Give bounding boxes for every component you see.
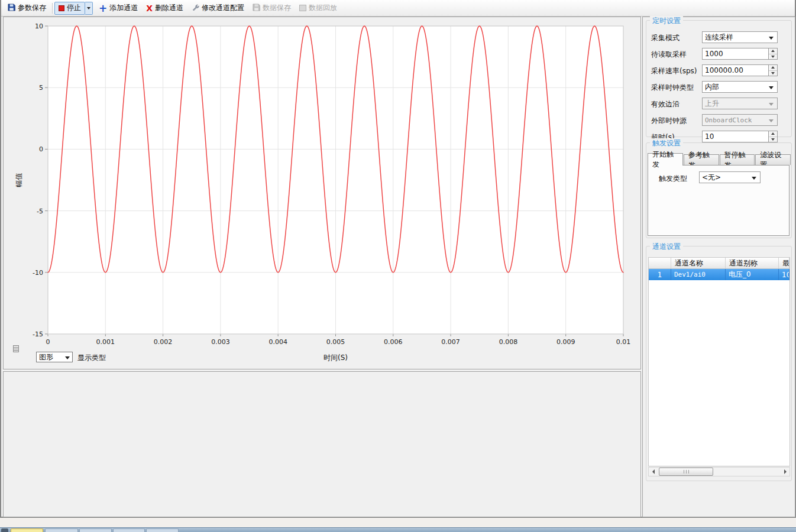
tab-reference-trigger[interactable]: 参考触发 [684, 154, 719, 165]
scroll-left-button[interactable] [649, 468, 658, 476]
stop-dropdown-button[interactable] [85, 2, 93, 15]
x-icon: X [146, 4, 153, 13]
spin-up-icon [771, 50, 775, 52]
trigger-group-title: 触发设置 [650, 138, 683, 148]
stop-button[interactable]: 停止 [54, 2, 85, 15]
desktop-strip [0, 518, 796, 527]
channel-table-header: 通道名称 通道别称 最大 [649, 258, 789, 269]
scrollbar-thumb[interactable] [659, 468, 713, 476]
svg-text:0.007: 0.007 [441, 338, 460, 346]
data-playback-label: 数据回放 [309, 3, 337, 13]
taskbar-button[interactable] [113, 528, 145, 532]
spinner-buttons[interactable] [768, 131, 777, 142]
data-save-button[interactable]: 数据保存 [248, 2, 295, 15]
arrow-right-icon [784, 469, 787, 474]
app-window: 参数保存 停止 + 添加通道 X 删除通道 修改通道配置 数据保存 数据回放 [0, 0, 796, 518]
sample-rate-label: 采样速率(sps) [651, 66, 697, 76]
chevron-down-icon [769, 86, 774, 89]
save-data-icon [253, 4, 260, 13]
col-row-number [649, 258, 671, 268]
svg-text:0: 0 [39, 145, 43, 153]
sample-clock-type-value: 内部 [705, 82, 719, 92]
tab-start-trigger[interactable]: 开始触发 [648, 153, 683, 166]
chart-panel: 00.0010.0020.0030.0040.0050.0060.0070.00… [3, 17, 641, 369]
samples-to-read-value: 1000 [705, 50, 723, 58]
delete-channel-button[interactable]: X 删除通道 [142, 2, 187, 15]
taskbar-button[interactable] [146, 528, 179, 532]
svg-text:0.002: 0.002 [154, 338, 173, 346]
svg-text:时间(S): 时间(S) [323, 353, 348, 362]
save-icon [8, 4, 15, 13]
svg-text:-10: -10 [33, 269, 43, 277]
taskbar-button-highlighted[interactable] [11, 528, 43, 532]
add-channel-button[interactable]: + 添加通道 [95, 2, 142, 15]
playback-icon [299, 5, 306, 11]
svg-text:5: 5 [39, 84, 43, 92]
stop-label: 停止 [67, 3, 81, 13]
svg-text:-15: -15 [33, 330, 43, 338]
arrow-left-icon [652, 469, 655, 474]
taskbar-start-button[interactable] [1, 528, 8, 532]
display-type-combobox[interactable]: 图形 [36, 352, 73, 362]
chevron-down-icon [769, 119, 774, 122]
data-playback-button[interactable]: 数据回放 [295, 2, 341, 15]
taskbar-button[interactable] [79, 528, 112, 532]
sample-rate-spinner[interactable]: 100000.00 [702, 64, 778, 76]
data-save-label: 数据保存 [263, 3, 291, 13]
svg-text:0.006: 0.006 [384, 338, 403, 346]
table-row[interactable]: 1 Dev1/ai0 电压_0 10 [649, 269, 789, 280]
timing-group: 定时设置 采集模式 连续采样 待读取采样 1000 采样速率(sps) 1000… [646, 20, 792, 137]
acquisition-mode-label: 采集模式 [651, 33, 679, 43]
display-type-value: 图形 [39, 352, 53, 362]
row-number-cell: 1 [649, 269, 671, 280]
timeout-value: 10 [705, 132, 714, 141]
delete-channel-label: 删除通道 [155, 3, 183, 13]
taskbar-button[interactable] [45, 528, 78, 532]
chart-palette-icon[interactable] [13, 345, 19, 352]
spinner-buttons[interactable] [768, 65, 777, 76]
channel-max-cell: 10 [779, 269, 789, 280]
acquisition-mode-combobox[interactable]: 连续采样 [702, 31, 778, 43]
timeout-spinner[interactable]: 10 [702, 131, 778, 142]
col-channel-name: 通道名称 [671, 258, 726, 268]
spin-up-icon [771, 66, 775, 69]
tab-pause-trigger[interactable]: 暂停触发 [720, 154, 755, 165]
external-clock-source-label: 外部时钟源 [651, 116, 687, 126]
settings-panel: 定时设置 采集模式 连续采样 待读取采样 1000 采样速率(sps) 1000… [642, 17, 795, 517]
lower-panel [3, 371, 641, 517]
chevron-down-icon [87, 7, 90, 9]
save-params-button[interactable]: 参数保存 [4, 2, 50, 15]
grip-icon [684, 470, 689, 473]
scrollbar-track[interactable] [658, 468, 781, 476]
active-edge-value: 上升 [705, 99, 719, 109]
channel-name-cell: Dev1/ai0 [671, 269, 726, 280]
modify-channel-config-button[interactable]: 修改通道配置 [187, 2, 248, 15]
spinner-buttons[interactable] [768, 48, 777, 59]
start-trigger-page: 触发类型 <无> [648, 165, 789, 236]
chevron-down-icon [769, 37, 774, 40]
horizontal-scrollbar[interactable] [648, 467, 790, 476]
tab-filter-settings[interactable]: 滤波设置 [755, 154, 791, 165]
modify-channel-config-label: 修改通道配置 [202, 3, 244, 13]
trigger-type-combobox[interactable]: <无> [699, 171, 761, 183]
svg-text:0.001: 0.001 [96, 338, 115, 346]
external-clock-source-combobox: OnboardClock [702, 114, 778, 126]
trigger-type-value: <无> [702, 173, 721, 183]
svg-text:0.004: 0.004 [268, 338, 287, 346]
taskbar [0, 527, 796, 532]
col-channel-alias: 通道别称 [726, 258, 779, 268]
samples-to-read-spinner[interactable]: 1000 [702, 48, 778, 60]
display-type-label: 显示类型 [77, 353, 106, 363]
sample-clock-type-label: 采样时钟类型 [651, 83, 694, 93]
toolbar: 参数保存 停止 + 添加通道 X 删除通道 修改通道配置 数据保存 数据回放 [1, 0, 795, 17]
active-edge-combobox: 上升 [702, 98, 778, 109]
scroll-right-button[interactable] [781, 468, 789, 476]
channels-group-title: 通道设置 [650, 242, 683, 252]
chevron-down-icon [769, 103, 774, 106]
stop-icon [59, 5, 64, 11]
wrench-icon [192, 4, 199, 13]
timing-group-title: 定时设置 [650, 16, 683, 26]
sample-clock-type-combobox[interactable]: 内部 [702, 81, 778, 93]
svg-text:0.008: 0.008 [499, 338, 518, 346]
channel-table: 通道名称 通道别称 最大 1 Dev1/ai0 电压_0 10 [648, 257, 790, 466]
